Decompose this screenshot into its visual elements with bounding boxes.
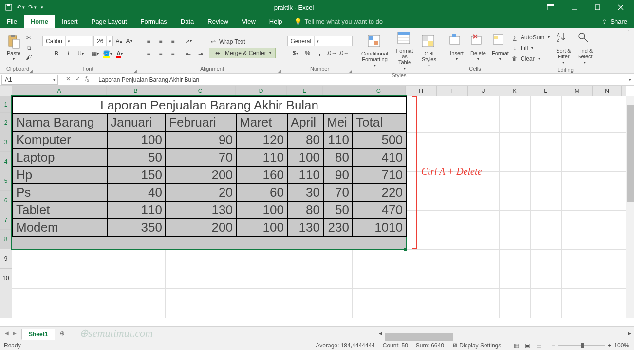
expand-formula-bar-icon[interactable]: ▾ bbox=[625, 77, 634, 82]
table-cell[interactable]: 20 bbox=[166, 184, 236, 201]
comma-format-button[interactable]: , bbox=[315, 48, 325, 58]
share-button[interactable]: ⇪ Share bbox=[602, 18, 634, 25]
table-cell[interactable]: 350 bbox=[107, 219, 166, 237]
grid-cells[interactable]: Laporan Penjualan Barang Akhir BulanNama… bbox=[12, 96, 626, 318]
column-header[interactable]: G bbox=[352, 86, 406, 96]
row-header[interactable]: 10 bbox=[0, 269, 12, 288]
collapse-ribbon-icon[interactable]: ˆ bbox=[623, 28, 633, 73]
table-cell[interactable]: Laptop bbox=[13, 149, 107, 166]
table-header[interactable]: Maret bbox=[236, 114, 287, 131]
dialog-launcher-icon[interactable]: ◢ bbox=[278, 69, 281, 73]
percent-format-button[interactable]: % bbox=[302, 48, 313, 58]
dialog-launcher-icon[interactable]: ◢ bbox=[133, 69, 137, 73]
cancel-formula-icon[interactable]: ✕ bbox=[66, 75, 71, 83]
column-header[interactable]: K bbox=[499, 86, 530, 96]
column-header[interactable]: L bbox=[530, 86, 561, 96]
enter-formula-icon[interactable]: ✓ bbox=[75, 75, 80, 83]
display-settings-button[interactable]: 🖥 Display Settings bbox=[452, 342, 501, 349]
table-header[interactable]: Total bbox=[353, 114, 406, 131]
row-header[interactable]: 2 bbox=[0, 113, 12, 132]
table-cell[interactable]: 90 bbox=[166, 131, 236, 149]
table-cell[interactable]: 100 bbox=[236, 201, 287, 219]
normal-view-icon[interactable]: ▦ bbox=[511, 341, 522, 350]
row-headers[interactable]: 12345678910 bbox=[0, 96, 12, 318]
row-header[interactable]: 3 bbox=[0, 132, 12, 152]
vertical-scrollbar[interactable] bbox=[626, 96, 634, 318]
zoom-in-icon[interactable]: + bbox=[608, 342, 611, 349]
underline-button[interactable]: U▾ bbox=[75, 48, 86, 59]
table-cell[interactable]: 500 bbox=[353, 131, 406, 149]
table-cell[interactable]: 100 bbox=[107, 131, 166, 149]
italic-button[interactable]: I bbox=[63, 48, 74, 59]
table-header[interactable]: April bbox=[287, 114, 323, 131]
table-cell[interactable]: 100 bbox=[287, 149, 323, 166]
table-cell[interactable]: 220 bbox=[353, 184, 406, 201]
new-sheet-icon[interactable]: ⊕ bbox=[57, 328, 68, 339]
column-header[interactable]: J bbox=[468, 86, 499, 96]
align-left-icon[interactable]: ≡ bbox=[143, 49, 154, 59]
decrease-decimal-button[interactable]: .0← bbox=[339, 48, 350, 58]
zoom-out-icon[interactable]: − bbox=[552, 342, 555, 349]
table-cell[interactable]: 230 bbox=[323, 219, 353, 237]
tab-view[interactable]: View bbox=[235, 15, 262, 28]
tab-file[interactable]: File bbox=[0, 15, 24, 28]
table-header[interactable]: Nama Barang bbox=[13, 114, 107, 131]
tab-scroll-right-icon[interactable]: ▶ bbox=[13, 330, 17, 336]
cut-icon[interactable]: ✂ bbox=[24, 34, 33, 42]
table-cell[interactable]: 200 bbox=[166, 166, 236, 184]
customize-qat-icon[interactable]: ▾ bbox=[40, 5, 43, 10]
row-header[interactable]: 5 bbox=[0, 171, 12, 191]
scroll-left-icon[interactable]: ◀ bbox=[376, 331, 385, 336]
table-cell[interactable]: Ps bbox=[13, 184, 107, 201]
bold-button[interactable]: B bbox=[51, 48, 62, 59]
fill-color-button[interactable]: 🪣▾ bbox=[102, 48, 113, 59]
row-header[interactable]: 1 bbox=[0, 96, 12, 113]
table-header[interactable]: Januari bbox=[107, 114, 166, 131]
table-cell[interactable]: Tablet bbox=[13, 201, 107, 219]
increase-indent-icon[interactable]: ⇥ bbox=[195, 49, 206, 59]
conditional-formatting-button[interactable]: Conditional Formatting▾ bbox=[358, 32, 391, 70]
page-break-view-icon[interactable]: ▤ bbox=[533, 341, 544, 350]
find-select-button[interactable]: Find & Select▾ bbox=[574, 29, 596, 67]
horizontal-scrollbar[interactable]: ◀ ▶ bbox=[376, 329, 634, 337]
column-header[interactable]: C bbox=[165, 86, 236, 96]
table-cell[interactable]: 50 bbox=[107, 149, 166, 166]
fx-icon[interactable]: fx bbox=[85, 75, 89, 83]
column-headers[interactable]: ABCDEFGHIJKLMN bbox=[12, 86, 626, 96]
column-header[interactable]: I bbox=[437, 86, 468, 96]
row-header[interactable]: 7 bbox=[0, 210, 12, 230]
row-header[interactable]: 4 bbox=[0, 152, 12, 171]
table-cell[interactable]: 100 bbox=[236, 219, 287, 237]
select-all-corner[interactable] bbox=[0, 86, 12, 96]
table-cell[interactable]: 80 bbox=[287, 131, 323, 149]
increase-decimal-button[interactable]: .0→ bbox=[327, 48, 337, 58]
table-header[interactable]: Februari bbox=[166, 114, 236, 131]
align-top-icon[interactable]: ≡ bbox=[143, 36, 154, 47]
table-cell[interactable]: 80 bbox=[323, 149, 353, 166]
copy-icon[interactable]: ⧉ bbox=[24, 43, 33, 52]
table-cell[interactable]: 120 bbox=[236, 131, 287, 149]
accounting-format-button[interactable]: $▾ bbox=[290, 48, 301, 58]
close-icon[interactable] bbox=[610, 0, 632, 15]
table-cell[interactable]: 60 bbox=[236, 184, 287, 201]
table-cell[interactable]: 90 bbox=[323, 166, 353, 184]
scroll-right-icon[interactable]: ▶ bbox=[625, 331, 634, 336]
name-box[interactable]: A1 ▾ bbox=[1, 75, 58, 85]
orientation-icon[interactable]: ↗▾ bbox=[183, 36, 194, 47]
table-cell[interactable]: 70 bbox=[323, 184, 353, 201]
table-cell[interactable]: 410 bbox=[353, 149, 406, 166]
row-header[interactable]: 6 bbox=[0, 191, 12, 210]
borders-button[interactable]: ▦▾ bbox=[90, 48, 101, 59]
table-cell[interactable]: 110 bbox=[236, 149, 287, 166]
dialog-launcher-icon[interactable]: ◢ bbox=[349, 69, 352, 73]
sheet-tab-active[interactable]: Sheet1 bbox=[21, 329, 55, 340]
align-middle-icon[interactable]: ≡ bbox=[155, 36, 166, 47]
row-header[interactable]: 8 bbox=[0, 230, 12, 249]
zoom-slider[interactable] bbox=[558, 345, 605, 346]
page-layout-view-icon[interactable]: ▣ bbox=[522, 341, 533, 350]
table-cell[interactable]: 70 bbox=[166, 149, 236, 166]
increase-font-icon[interactable]: A▴ bbox=[114, 37, 123, 46]
table-cell[interactable]: 470 bbox=[353, 201, 406, 219]
tab-insert[interactable]: Insert bbox=[55, 15, 85, 28]
font-color-button[interactable]: A▾ bbox=[114, 48, 125, 59]
